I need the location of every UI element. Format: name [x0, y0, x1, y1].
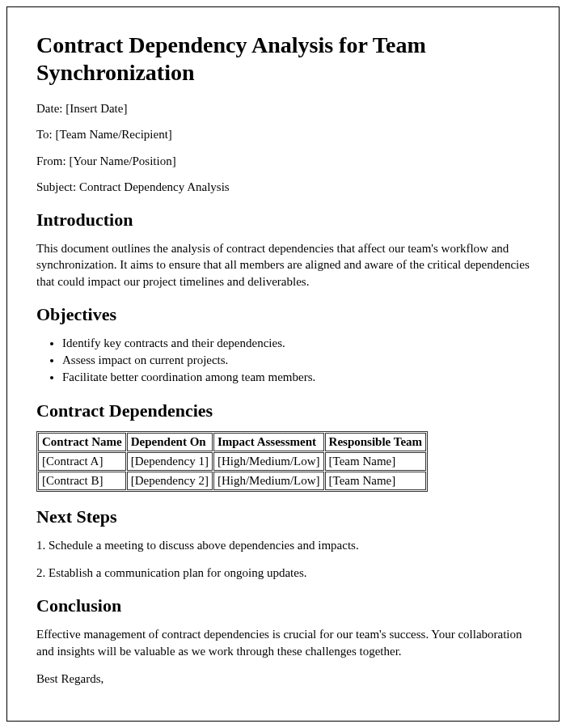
table-header: Dependent On: [127, 433, 213, 451]
objectives-heading: Objectives: [36, 304, 530, 325]
objectives-list: Identify key contracts and their depende…: [36, 335, 530, 386]
introduction-body: This document outlines the analysis of c…: [36, 240, 530, 290]
table-row: [Contract B] [Dependency 2] [High/Medium…: [38, 472, 426, 490]
meta-from: From: [Your Name/Position]: [36, 153, 530, 169]
signoff: Best Regards,: [36, 671, 530, 687]
dependencies-heading: Contract Dependencies: [36, 400, 530, 421]
table-header-row: Contract Name Dependent On Impact Assess…: [38, 433, 426, 451]
table-row: [Contract A] [Dependency 1] [High/Medium…: [38, 452, 426, 471]
next-step-item: 2. Establish a communication plan for on…: [36, 565, 530, 581]
next-step-item: 1. Schedule a meeting to discuss above d…: [36, 537, 530, 553]
conclusion-body: Effective management of contract depende…: [36, 626, 530, 659]
document-page: Contract Dependency Analysis for Team Sy…: [6, 6, 560, 722]
table-cell: [High/Medium/Low]: [213, 472, 324, 490]
table-header: Contract Name: [38, 433, 126, 451]
table-cell: [Contract A]: [38, 452, 126, 471]
table-cell: [Dependency 2]: [127, 472, 213, 490]
conclusion-heading: Conclusion: [36, 595, 530, 616]
table-cell: [Team Name]: [325, 472, 426, 490]
meta-subject: Subject: Contract Dependency Analysis: [36, 179, 530, 195]
table-header: Impact Assessment: [213, 433, 324, 451]
table-cell: [Contract B]: [38, 472, 126, 490]
meta-date: Date: [Insert Date]: [36, 100, 530, 116]
meta-block: Date: [Insert Date] To: [Team Name/Recip…: [36, 100, 530, 195]
dependencies-table: Contract Name Dependent On Impact Assess…: [36, 431, 428, 492]
next-steps-heading: Next Steps: [36, 506, 530, 527]
table-cell: [Dependency 1]: [127, 452, 213, 471]
page-title: Contract Dependency Analysis for Team Sy…: [36, 32, 530, 86]
meta-to: To: [Team Name/Recipient]: [36, 126, 530, 142]
introduction-heading: Introduction: [36, 210, 530, 231]
list-item: Facilitate better coordination among tea…: [62, 369, 530, 386]
list-item: Assess impact on current projects.: [62, 352, 530, 369]
table-header: Responsible Team: [325, 433, 426, 451]
table-cell: [High/Medium/Low]: [213, 452, 324, 471]
table-cell: [Team Name]: [325, 452, 426, 471]
list-item: Identify key contracts and their depende…: [62, 335, 530, 352]
